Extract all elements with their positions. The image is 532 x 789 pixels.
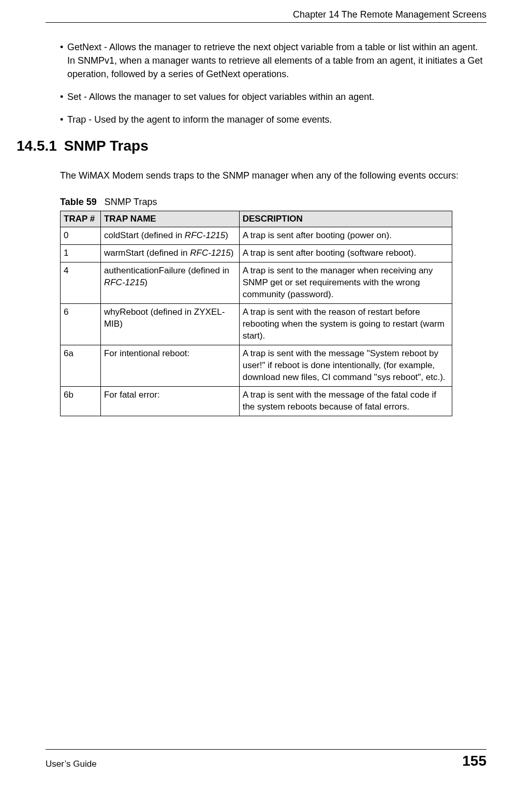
bullet-text: Trap - Used by the agent to inform the m… — [67, 113, 486, 126]
cell-trap-num: 6b — [61, 387, 101, 416]
col-header-trap-num: TRAP # — [61, 211, 101, 227]
cell-trap-name: warmStart (defined in RFC-1215) — [100, 245, 239, 262]
page-number: 155 — [462, 753, 486, 769]
list-item: • Set - Allows the manager to set values… — [60, 90, 486, 104]
cell-trap-name: For intentional reboot: — [100, 345, 239, 387]
table-caption-text: SNMP Traps — [105, 197, 157, 207]
table-row: 0 coldStart (defined in RFC-1215) A trap… — [61, 227, 452, 245]
list-item: • Trap - Used by the agent to inform the… — [60, 113, 486, 126]
table-label: Table 59 — [60, 197, 97, 207]
cell-trap-num: 0 — [61, 227, 101, 245]
col-header-description: DESCRIPTION — [239, 211, 452, 227]
cell-trap-num: 6a — [61, 345, 101, 387]
cell-description: A trap is sent with the message "System … — [239, 345, 452, 387]
table-caption: Table 59 SNMP Traps — [60, 197, 486, 208]
table-row: 1 warmStart (defined in RFC-1215) A trap… — [61, 245, 452, 262]
section-title: SNMP Traps — [64, 138, 149, 154]
cell-trap-name: coldStart (defined in RFC-1215) — [100, 227, 239, 245]
footer-guide-label: User’s Guide — [46, 759, 97, 769]
bullet-icon: • — [60, 90, 67, 104]
page-content: • GetNext - Allows the manager to retrie… — [46, 23, 486, 416]
page-header: Chapter 14 The Remote Management Screens — [46, 9, 486, 23]
page-footer: User’s Guide 155 — [46, 749, 486, 769]
table-row: 6b For fatal error: A trap is sent with … — [61, 387, 452, 416]
cell-description: A trap is sent after booting (software r… — [239, 245, 452, 262]
cell-trap-name: For fatal error: — [100, 387, 239, 416]
document-page: Chapter 14 The Remote Management Screens… — [0, 0, 532, 789]
table-row: 4 authenticationFailure (defined in RFC-… — [61, 262, 452, 304]
section-number: 14.5.1 — [17, 138, 57, 154]
bullet-icon: • — [60, 113, 67, 126]
cell-description: A trap is sent with the message of the f… — [239, 387, 452, 416]
section-heading: 14.5.1SNMP Traps — [17, 138, 486, 154]
cell-trap-num: 4 — [61, 262, 101, 304]
cell-trap-num: 1 — [61, 245, 101, 262]
cell-trap-num: 6 — [61, 304, 101, 345]
bullet-text: Set - Allows the manager to set values f… — [67, 90, 486, 104]
chapter-title: Chapter 14 The Remote Management Screens — [293, 9, 486, 20]
col-header-trap-name: TRAP NAME — [100, 211, 239, 227]
bullet-list: • GetNext - Allows the manager to retrie… — [60, 40, 486, 126]
cell-description: A trap is sent to the manager when recei… — [239, 262, 452, 304]
cell-trap-name: authenticationFailure (defined in RFC-12… — [100, 262, 239, 304]
table-header-row: TRAP # TRAP NAME DESCRIPTION — [61, 211, 452, 227]
bullet-icon: • — [60, 40, 67, 81]
cell-description: A trap is sent after booting (power on). — [239, 227, 452, 245]
snmp-traps-table: TRAP # TRAP NAME DESCRIPTION 0 coldStart… — [60, 211, 452, 416]
list-item: • GetNext - Allows the manager to retrie… — [60, 40, 486, 81]
cell-description: A trap is sent with the reason of restar… — [239, 304, 452, 345]
section-intro: The WiMAX Modem sends traps to the SNMP … — [60, 168, 486, 183]
bullet-text: GetNext - Allows the manager to retrieve… — [67, 40, 486, 81]
cell-trap-name: whyReboot (defined in ZYXEL-MIB) — [100, 304, 239, 345]
table-row: 6 whyReboot (defined in ZYXEL-MIB) A tra… — [61, 304, 452, 345]
table-row: 6a For intentional reboot: A trap is sen… — [61, 345, 452, 387]
table-container: TRAP # TRAP NAME DESCRIPTION 0 coldStart… — [60, 211, 486, 416]
